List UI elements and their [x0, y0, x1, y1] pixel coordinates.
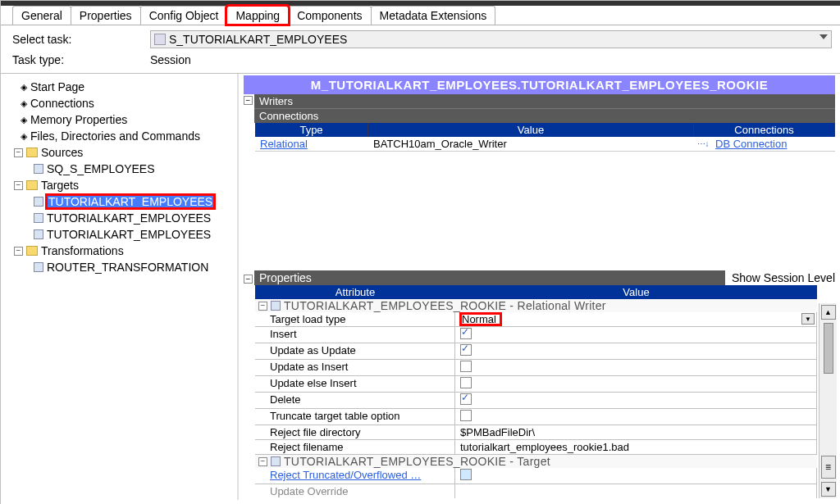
tab-mapping[interactable]: Mapping [226, 6, 289, 25]
val-update-override[interactable] [455, 484, 817, 498]
scroll-up-icon[interactable]: ▲ [821, 305, 836, 320]
tree-start-page[interactable]: Start Page [30, 80, 84, 93]
task-type-label: Task type: [12, 53, 150, 66]
minus-icon[interactable]: − [244, 275, 253, 284]
folder-icon [26, 148, 38, 157]
folder-icon [26, 246, 38, 256]
folder-icon [26, 180, 38, 190]
tree-target-3[interactable]: TUTORIALKART_EMPLOYEES [47, 228, 211, 241]
properties-header: Properties [254, 270, 725, 285]
bullet-icon: ◈ [21, 131, 27, 142]
section-relational-writer: TUTORIALKART_EMPLOYEES_ROOKIE - Relation… [284, 299, 606, 312]
value-col-header: Value [455, 285, 817, 299]
chevron-down-icon [819, 34, 828, 39]
attr-update-as-update: Update as Update [255, 343, 455, 359]
scrollbar[interactable]: ▲ ≡ ▼ [819, 303, 837, 498]
tab-properties[interactable]: Properties [71, 6, 141, 25]
minus-icon[interactable]: − [244, 96, 253, 105]
target-icon [34, 213, 43, 223]
checkbox-truncate[interactable] [460, 410, 472, 421]
attr-delete: Delete [255, 393, 455, 408]
writers-header: Writers [254, 94, 835, 108]
attr-insert: Insert [255, 327, 455, 343]
attr-reject-dir: Reject file directory [255, 425, 455, 439]
tree-sq-employees[interactable]: SQ_S_EMPLOYEES [47, 162, 155, 175]
writer-icon [271, 301, 281, 311]
target-icon [34, 197, 43, 207]
tab-metadata-extensions[interactable]: Metadata Extensions [371, 6, 496, 25]
val-reject-file[interactable]: tutorialkart_employees_rookie1.bad [455, 440, 817, 454]
select-task-value: S_TUTORIALKART_EMPLOYEES [169, 33, 347, 46]
minus-icon[interactable]: − [14, 148, 23, 157]
attr-col-header: Attribute [255, 285, 455, 299]
checkbox-update-as-update[interactable] [460, 344, 472, 356]
minus-icon[interactable]: − [258, 457, 267, 466]
checkbox-reject-trunc[interactable] [460, 469, 472, 480]
minus-icon[interactable]: − [258, 302, 267, 311]
attr-reject-trunc[interactable]: Reject Truncated/Overflowed … [270, 469, 421, 481]
writer-value: BATCH10am_Oracle_Writer [368, 137, 696, 152]
select-task-dropdown[interactable]: S_TUTORIALKART_EMPLOYEES [150, 30, 832, 48]
target-icon [34, 229, 43, 239]
section-target: TUTORIALKART_EMPLOYEES_ROOKIE - Target [284, 455, 550, 468]
col-value: Value [368, 123, 694, 137]
task-type-value: Session [150, 53, 832, 66]
connections-header: Connections [254, 108, 835, 123]
task-icon [154, 34, 166, 45]
attr-truncate: Truncate target table option [255, 409, 455, 425]
attr-update-as-insert: Update as Insert [255, 360, 455, 375]
bullet-icon: ◈ [21, 98, 27, 109]
checkbox-delete[interactable] [460, 393, 472, 405]
sq-icon [34, 164, 43, 174]
val-reject-dir[interactable]: $PMBadFileDir\ [455, 425, 817, 439]
tree-target-2[interactable]: TUTORIALKART_EMPLOYEES [47, 211, 211, 225]
tree-router[interactable]: ROUTER_TRANSFORMATION [47, 261, 208, 274]
col-connections: Connections [694, 123, 835, 137]
tree-connections[interactable]: Connections [30, 97, 94, 110]
select-task-label: Select task: [12, 33, 150, 46]
tree-target-1[interactable]: TUTORIALKART_EMPLOYEES [47, 195, 214, 208]
chevron-down-icon[interactable]: ▼ [801, 313, 815, 325]
checkbox-update-else-insert[interactable] [460, 377, 472, 388]
attr-reject-file: Reject filename [255, 440, 455, 454]
tab-config-object[interactable]: Config Object [140, 6, 228, 25]
scroll-grip-icon[interactable]: ≡ [821, 456, 836, 479]
minus-icon[interactable]: − [14, 181, 23, 190]
bullet-icon: ◈ [21, 115, 27, 125]
browse-icon[interactable]: ⋯↓ [696, 137, 710, 152]
db-connection-link[interactable]: DB Connection [715, 138, 787, 150]
tab-general[interactable]: General [12, 6, 71, 25]
tree-memory-properties[interactable]: Memory Properties [30, 113, 127, 126]
target-icon [271, 456, 281, 466]
bullet-icon: ◈ [21, 82, 27, 93]
checkbox-update-as-insert[interactable] [460, 361, 472, 372]
scroll-down-icon[interactable]: ▼ [821, 482, 836, 497]
attr-target-load-type: Target load type [255, 312, 455, 326]
col-type: Type [255, 123, 368, 137]
mapping-title: M_TUTORIALKART_EMPLOYEES.TUTORIALKART_EM… [244, 75, 835, 94]
checkbox-insert[interactable] [460, 328, 472, 339]
writer-type-link[interactable]: Relational [260, 138, 308, 150]
show-session-level[interactable]: Show Session Level [725, 271, 835, 284]
tree-transformations[interactable]: Transformations [41, 244, 124, 257]
attr-update-override: Update Override [255, 484, 455, 498]
scroll-thumb[interactable] [824, 323, 833, 374]
tree-sources[interactable]: Sources [41, 146, 83, 159]
tree-targets[interactable]: Targets [41, 179, 79, 192]
tree-files-dirs[interactable]: Files, Directories and Commands [30, 129, 200, 143]
attr-update-else-insert: Update else Insert [255, 376, 455, 392]
minus-icon[interactable]: − [14, 247, 23, 256]
navigation-tree[interactable]: ◈Start Page ◈Connections ◈Memory Propert… [1, 74, 239, 500]
val-target-load-type[interactable]: Normal ▼ [455, 312, 817, 326]
tab-components[interactable]: Components [288, 6, 371, 25]
transformation-icon [34, 262, 43, 272]
